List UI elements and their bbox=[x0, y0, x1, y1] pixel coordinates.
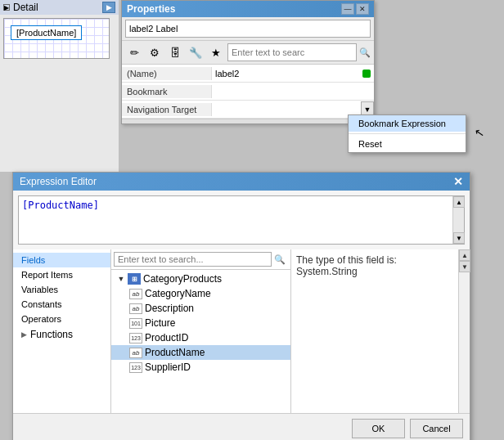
tree-node-categoryproducts[interactable]: ▼ ⊞ CategoryProducts bbox=[111, 272, 290, 286]
node-label: ProductID bbox=[145, 332, 188, 343]
node-label: ProductName bbox=[145, 347, 205, 358]
nav-target-row: Navigation Target ▼ bbox=[122, 101, 374, 119]
designer-title: ▶ Detail ▶ bbox=[0, 0, 119, 15]
label-box: [ProductName] bbox=[11, 25, 82, 40]
collapse-btn[interactable]: ▶ bbox=[102, 2, 115, 13]
image-icon: 101 bbox=[129, 318, 142, 329]
titlebar-buttons: — ✕ bbox=[341, 3, 369, 15]
scroll-up-btn[interactable]: ▲ bbox=[453, 196, 465, 208]
nav-operators[interactable]: Operators bbox=[13, 312, 110, 326]
green-indicator bbox=[362, 70, 371, 78]
context-menu: Bookmark Expression Reset bbox=[348, 114, 466, 153]
cursor-icon: ↖ bbox=[474, 125, 486, 140]
tree-node-productid[interactable]: 123 ProductID bbox=[111, 330, 290, 345]
node-label: Description bbox=[145, 303, 194, 314]
scroll-down-btn[interactable]: ▼ bbox=[453, 232, 465, 244]
expr-tree: ▼ ⊞ CategoryProducts ab CategoryName ab … bbox=[111, 270, 290, 413]
num-icon: 123 bbox=[129, 362, 142, 373]
table-icon: ⊞ bbox=[128, 273, 141, 285]
designer-panel: ▶ Detail ▶ [ProductName] bbox=[0, 0, 119, 172]
ok-button[interactable]: OK bbox=[352, 419, 405, 438]
bookmark-value[interactable] bbox=[212, 85, 374, 98]
props-dropdown-bar: label2 Label bbox=[122, 17, 374, 41]
expr-left-panel: Fields Report Items Variables Constants … bbox=[13, 249, 111, 413]
functions-expand-icon: ▶ bbox=[21, 330, 27, 339]
tree-node-productname[interactable]: ab ProductName bbox=[111, 345, 290, 360]
resize-handle[interactable] bbox=[122, 119, 374, 123]
expr-search-icon: 🔍 bbox=[272, 254, 288, 265]
cancel-button[interactable]: Cancel bbox=[410, 419, 463, 438]
database-icon[interactable]: 🗄 bbox=[166, 43, 184, 61]
expr-close-btn[interactable]: ✕ bbox=[453, 175, 463, 188]
node-label: SupplierID bbox=[145, 361, 191, 373]
ctx-separator bbox=[349, 133, 466, 134]
star-icon[interactable]: ★ bbox=[207, 43, 225, 61]
name-label: (Name) bbox=[122, 67, 212, 80]
expr-search-bar: 🔍 bbox=[111, 249, 290, 270]
node-label: Picture bbox=[145, 317, 175, 329]
minimize-btn[interactable]: — bbox=[341, 3, 354, 15]
tree-node-description[interactable]: ab Description bbox=[111, 301, 290, 316]
expr-mid-panel: 🔍 ▼ ⊞ CategoryProducts ab CategoryName a… bbox=[111, 249, 291, 413]
expr-input[interactable]: [ProductName] bbox=[19, 196, 451, 244]
tree-node-supplierid[interactable]: 123 SupplierID bbox=[111, 360, 290, 375]
expr-right-panel: The type of this field is: System.String… bbox=[291, 249, 470, 413]
expr-search-input[interactable] bbox=[114, 252, 272, 267]
ctx-bookmark-expr[interactable]: Bookmark Expression bbox=[349, 115, 466, 132]
right-scrollbar[interactable]: ▲ ▼ bbox=[458, 249, 470, 413]
pencil-icon[interactable]: ✏ bbox=[125, 43, 143, 61]
nav-target-label: Navigation Target bbox=[122, 103, 212, 116]
expr-titlebar: Expression Editor ✕ bbox=[13, 173, 470, 191]
tree-node-picture[interactable]: 101 Picture bbox=[111, 316, 290, 330]
gear-icon[interactable]: ⚙ bbox=[146, 43, 164, 61]
props-search-input[interactable] bbox=[227, 43, 357, 61]
right-scroll-up[interactable]: ▲ bbox=[459, 249, 470, 261]
right-scroll-down[interactable]: ▼ bbox=[459, 261, 470, 272]
bookmark-label: Bookmark bbox=[122, 85, 212, 98]
ab-icon-selected: ab bbox=[129, 348, 142, 358]
nav-report-items[interactable]: Report Items bbox=[13, 267, 110, 282]
node-label: CategoryName bbox=[145, 288, 211, 299]
ctx-reset[interactable]: Reset bbox=[349, 136, 466, 152]
canvas-area: [ProductName] bbox=[3, 18, 110, 59]
expr-vertical-scrollbar[interactable]: ▲ ▼ bbox=[452, 196, 464, 244]
props-grid: (Name) Bookmark Navigation Target ▼ bbox=[122, 65, 374, 119]
name-value[interactable] bbox=[212, 67, 374, 80]
expr-title: Expression Editor bbox=[20, 176, 97, 187]
name-input[interactable] bbox=[215, 69, 361, 79]
wrench-icon[interactable]: 🔧 bbox=[187, 43, 205, 61]
expr-bottom: Fields Report Items Variables Constants … bbox=[13, 249, 470, 413]
label-selector[interactable]: label2 Label bbox=[125, 20, 371, 38]
designer-title-text: Detail bbox=[13, 2, 38, 13]
scroll-track[interactable] bbox=[453, 208, 464, 232]
nav-variables[interactable]: Variables bbox=[13, 282, 110, 297]
nav-target-input[interactable] bbox=[212, 105, 361, 114]
props-title: Properties bbox=[127, 3, 175, 15]
search-icon: 🔍 bbox=[359, 47, 371, 58]
properties-panel: Properties — ✕ label2 Label ✏ ⚙ 🗄 🔧 ★ 🔍 … bbox=[121, 0, 375, 124]
ab-icon: ab bbox=[129, 303, 142, 314]
expand-arrow[interactable]: ▶ bbox=[3, 4, 10, 11]
expression-editor: Expression Editor ✕ [ProductName] ▲ ▼ Fi… bbox=[12, 172, 470, 440]
bookmark-input[interactable] bbox=[215, 87, 371, 97]
props-icon-bar: ✏ ⚙ 🗄 🔧 ★ 🔍 bbox=[122, 41, 374, 65]
tree-expand-icon: ▼ bbox=[115, 275, 128, 283]
name-row: (Name) bbox=[122, 65, 374, 83]
ab-icon: ab bbox=[129, 289, 142, 299]
expr-footer: OK Cancel bbox=[13, 413, 470, 440]
tree-node-categoryname[interactable]: ab CategoryName bbox=[111, 286, 290, 301]
node-label: CategoryProducts bbox=[143, 273, 222, 285]
nav-functions-label: Functions bbox=[30, 329, 73, 340]
props-titlebar: Properties — ✕ bbox=[122, 1, 374, 17]
bookmark-row: Bookmark bbox=[122, 83, 374, 101]
nav-functions[interactable]: ▶ Functions bbox=[13, 326, 110, 343]
num-icon: 123 bbox=[129, 333, 142, 343]
nav-fields[interactable]: Fields bbox=[13, 253, 110, 267]
expr-textarea-area: [ProductName] ▲ ▼ bbox=[18, 195, 465, 245]
nav-constants[interactable]: Constants bbox=[13, 297, 110, 312]
close-btn[interactable]: ✕ bbox=[356, 3, 369, 15]
type-info: The type of this field is: System.String bbox=[296, 254, 465, 277]
